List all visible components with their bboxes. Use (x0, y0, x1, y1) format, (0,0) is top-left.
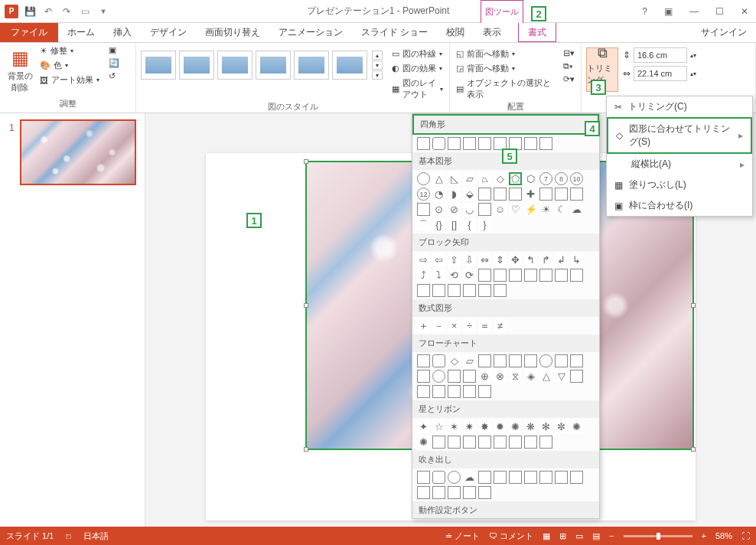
shape-callout-cloud[interactable]: ☁ (463, 471, 476, 484)
height-input[interactable]: 16.6 cm (634, 47, 687, 63)
shape-plaque[interactable] (539, 188, 552, 201)
tab-review[interactable]: 校閲 (437, 23, 474, 42)
shape-arrow[interactable] (494, 284, 507, 297)
shape-arrow[interactable] (478, 284, 491, 297)
shape-callout-line[interactable] (417, 486, 430, 499)
shape-star16[interactable]: ❋ (524, 420, 537, 433)
menu-fill[interactable]: ▦塗りつぶし(L) (607, 175, 752, 195)
app-icon[interactable]: P (3, 3, 20, 20)
shape-parallelogram[interactable]: ▱ (463, 172, 476, 185)
shape-arrow-ud[interactable]: ⇕ (494, 253, 507, 266)
shape-cloud[interactable]: ☁ (570, 203, 583, 216)
shape-callout-line[interactable] (478, 471, 491, 484)
shape-star5[interactable]: ☆ (432, 420, 445, 433)
shape-callout-round[interactable] (432, 471, 445, 484)
menu-crop-to-shape[interactable]: ◇図形に合わせてトリミング(S)▸ (607, 117, 752, 154)
shape-divide[interactable]: ÷ (463, 319, 476, 332)
shape-arrow[interactable]: ⤴ (417, 269, 430, 282)
tab-design[interactable]: デザイン (141, 23, 196, 42)
artistic-effects-button[interactable]: 🖼アート効果▾ (38, 73, 101, 86)
sign-in-link[interactable]: サインイン (692, 23, 756, 42)
shape-collate[interactable]: ⧖ (509, 370, 522, 383)
shape-star24[interactable]: ✻ (539, 420, 552, 433)
bring-forward-button[interactable]: ◱前面へ移動▾ (455, 47, 556, 60)
shape-off-page[interactable] (448, 370, 461, 383)
shape-arrow-quad[interactable]: ✥ (509, 253, 522, 266)
shape-right-triangle[interactable]: ◺ (448, 172, 461, 185)
shape-arrow[interactable]: ⤵ (432, 269, 445, 282)
shape-callout-line[interactable] (432, 486, 445, 499)
slide-thumbnail-1[interactable]: 1 (20, 119, 136, 185)
shape-dodecagon[interactable]: 12 (417, 188, 430, 201)
shape-scroll[interactable] (494, 436, 507, 449)
shape-arrow[interactable] (509, 269, 522, 282)
align-icon[interactable]: ⊟▾ (562, 47, 576, 59)
remove-background-button[interactable]: ▦ 背景の削除 (5, 44, 35, 93)
shape-arrow[interactable] (463, 284, 476, 297)
slide-counter[interactable]: スライド 1/1 (6, 530, 54, 542)
menu-aspect-ratio[interactable]: 縦横比(A)▸ (607, 154, 752, 175)
shape-hexagon[interactable]: ⬡ (524, 172, 537, 185)
shape-callout-line[interactable] (509, 471, 522, 484)
shape-data[interactable]: ▱ (463, 354, 476, 367)
shape-alt-process[interactable] (432, 354, 445, 367)
shape-display[interactable] (478, 385, 491, 398)
shape-minus[interactable]: － (432, 319, 445, 332)
shape-no-symbol[interactable]: ⊘ (448, 203, 461, 216)
picture-layout-button[interactable]: ▦図のレイアウト▾ (390, 77, 445, 101)
shape-ribbon[interactable] (463, 436, 476, 449)
shape-explosion[interactable]: ✺ (417, 436, 430, 449)
tab-insert[interactable]: 挿入 (104, 23, 141, 42)
picture-style-gallery[interactable]: ▴ ▾ ▾ (141, 44, 383, 80)
shape-arrow[interactable] (478, 269, 491, 282)
shape-heart[interactable]: ♡ (509, 203, 522, 216)
shape-terminator[interactable] (539, 354, 552, 367)
tab-home[interactable]: ホーム (58, 23, 104, 42)
shape-manual-op[interactable] (417, 370, 430, 383)
shape-multiply[interactable]: × (448, 319, 461, 332)
qat-dropdown-icon[interactable]: ▼ (95, 3, 112, 20)
shape-arrow[interactable] (432, 284, 445, 297)
shape-sort[interactable]: ◈ (524, 370, 537, 383)
shape-brace[interactable]: } (478, 218, 491, 231)
shape-summing[interactable]: ⊕ (478, 370, 491, 383)
shape-star4[interactable]: ✦ (417, 420, 430, 433)
shape-arrow[interactable] (417, 284, 430, 297)
zoom-in-icon[interactable]: + (702, 531, 706, 540)
shape-ribbon[interactable] (432, 436, 445, 449)
shape-cube[interactable] (570, 188, 583, 201)
shape-arrow[interactable]: ↳ (570, 253, 583, 266)
shape-triangle[interactable]: △ (432, 172, 445, 185)
shape-decision[interactable]: ◇ (448, 354, 461, 367)
help-icon[interactable]: ? (637, 6, 652, 17)
ribbon-display-icon[interactable]: ▣ (660, 6, 677, 17)
shape-not-equal[interactable]: ≠ (494, 319, 507, 332)
shape-arrow[interactable]: ⟲ (448, 269, 461, 282)
shape-ribbon[interactable] (448, 436, 461, 449)
shape-arrow-up[interactable]: ⇧ (448, 253, 461, 266)
style-thumb[interactable] (179, 51, 214, 80)
shape-stored[interactable] (570, 370, 583, 383)
shape-decagon[interactable]: 10 (570, 172, 583, 185)
shape-arrow-right[interactable]: ⇨ (417, 253, 430, 266)
shape-arc[interactable]: ⌒ (417, 218, 430, 231)
shape-process[interactable] (417, 354, 430, 367)
shape-snip-rect[interactable] (448, 137, 461, 150)
shape-callout-line[interactable] (494, 471, 507, 484)
shape-l-shape[interactable] (509, 188, 522, 201)
shape-brace[interactable]: { (463, 218, 476, 231)
shape-sun[interactable]: ☀ (539, 203, 552, 216)
shape-callout-line[interactable] (478, 486, 491, 499)
shape-arrow[interactable] (555, 269, 568, 282)
shape-callout-line[interactable] (524, 471, 537, 484)
width-input[interactable]: 22.14 cm (634, 66, 687, 81)
start-from-beginning-icon[interactable]: ▭ (77, 3, 93, 20)
zoom-out-icon[interactable]: − (609, 531, 614, 540)
shape-arrow[interactable]: ↰ (524, 253, 537, 266)
shape-half-frame[interactable] (494, 188, 507, 201)
shape-arrow-left[interactable]: ⇦ (432, 253, 445, 266)
save-icon[interactable]: 💾 (21, 3, 38, 20)
view-reading-icon[interactable]: ▭ (575, 531, 583, 541)
notes-button[interactable]: ≐ ノート (445, 530, 480, 542)
shape-star7[interactable]: ✷ (463, 420, 476, 433)
